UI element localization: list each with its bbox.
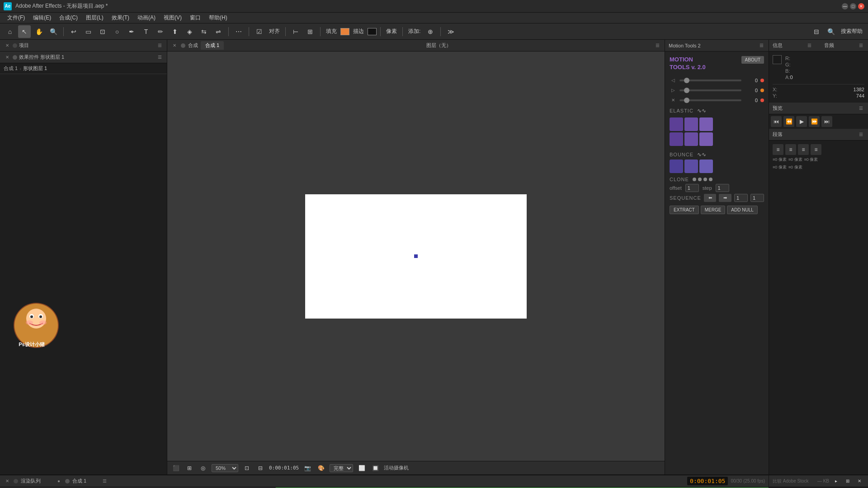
- effect-close-btn[interactable]: ✕: [4, 54, 11, 61]
- expand-toolbar[interactable]: ≫: [444, 25, 457, 38]
- mt-slider-3[interactable]: [679, 99, 741, 101]
- color-btn[interactable]: 🎨: [316, 463, 326, 473]
- menu-animation[interactable]: 动画(A): [134, 13, 159, 23]
- text-tool[interactable]: T: [140, 25, 152, 38]
- mt-step-input[interactable]: [716, 184, 729, 192]
- motion-tools-menu-btn[interactable]: ☰: [758, 42, 765, 49]
- viewer-tab-comp[interactable]: 合成 1: [201, 41, 224, 50]
- search-btn[interactable]: 🔍: [825, 25, 837, 38]
- color-swatch[interactable]: [773, 55, 782, 64]
- rb-close-btn[interactable]: ✕: [854, 476, 864, 486]
- mt-merge-btn[interactable]: MERGE: [701, 206, 726, 214]
- elastic-btn-1[interactable]: [670, 117, 683, 131]
- close-button[interactable]: ✕: [858, 3, 864, 9]
- mt-offset-input[interactable]: [685, 184, 699, 192]
- menu-view[interactable]: 视图(V): [160, 13, 185, 23]
- menu-edit[interactable]: 编辑(E): [29, 13, 55, 23]
- menu-layer[interactable]: 图层(L): [82, 13, 107, 23]
- rb-expand-btn[interactable]: ▸: [831, 476, 841, 486]
- shape-tool[interactable]: ○: [111, 25, 123, 38]
- transparency-btn[interactable]: 🔲: [370, 463, 380, 473]
- elastic-btn-3[interactable]: [699, 117, 713, 131]
- prev-step-back[interactable]: ⏪: [783, 116, 794, 127]
- fit-btn[interactable]: ⊡: [242, 463, 252, 473]
- paragraphs-menu-btn[interactable]: ☰: [857, 131, 864, 138]
- maximize-button[interactable]: □: [850, 3, 856, 9]
- zoom-tool[interactable]: 🔍: [47, 25, 60, 38]
- project-menu-btn[interactable]: ☰: [156, 42, 163, 49]
- align-right-btn[interactable]: ≡: [798, 144, 809, 155]
- menu-file[interactable]: 文件(F): [4, 13, 28, 23]
- eraser-tool[interactable]: ◈: [183, 25, 196, 38]
- tl-close-btn[interactable]: ✕: [4, 478, 11, 485]
- align-left-btn[interactable]: ≡: [773, 144, 783, 155]
- snap-tool[interactable]: ⊢: [289, 25, 302, 38]
- elastic-btn-6[interactable]: [699, 132, 713, 146]
- region-btn[interactable]: ⬛: [171, 463, 181, 473]
- mask-tool[interactable]: ▭: [82, 25, 94, 38]
- region-capture-btn[interactable]: ⬜: [357, 463, 367, 473]
- elastic-btn-2[interactable]: [684, 117, 698, 131]
- grid-btn[interactable]: ⊞: [184, 463, 194, 473]
- mt-slider-2[interactable]: [679, 89, 741, 91]
- mt-seq-val2[interactable]: [750, 194, 764, 202]
- select-tool[interactable]: ↖: [18, 25, 31, 38]
- camera-snap-btn[interactable]: 📷: [302, 463, 312, 473]
- pen-tool[interactable]: ✒: [125, 25, 138, 38]
- bounce-btn-2[interactable]: [684, 160, 698, 173]
- quality-select[interactable]: 完整 一半: [330, 464, 353, 472]
- home-button[interactable]: ⌂: [4, 25, 16, 38]
- align-justify-btn[interactable]: ≡: [811, 144, 821, 155]
- tl-color-btn2[interactable]: ●: [55, 478, 62, 485]
- preview-menu-btn[interactable]: ☰: [857, 105, 864, 112]
- mt-add-null-btn[interactable]: ADD NULL: [727, 206, 757, 214]
- mt-extract-btn[interactable]: EXTRACT: [670, 206, 699, 214]
- mt-thumb-2[interactable]: [684, 88, 689, 93]
- project-close-btn[interactable]: ✕: [4, 42, 11, 49]
- safe-zone-btn[interactable]: ⊟: [255, 463, 265, 473]
- puppet-tool[interactable]: ⇆: [198, 25, 210, 38]
- mt-thumb-3[interactable]: [684, 98, 689, 103]
- menu-window[interactable]: 窗口: [186, 13, 204, 23]
- menu-effect[interactable]: 效果(T): [108, 13, 133, 23]
- tl-timecode[interactable]: 0:00:01:05: [687, 477, 728, 485]
- viewer-close-btn[interactable]: ✕: [171, 42, 178, 49]
- fill-color[interactable]: [340, 28, 349, 35]
- info-menu-btn[interactable]: ☰: [806, 42, 813, 49]
- mask-view-btn[interactable]: ◎: [198, 463, 208, 473]
- align-checkbox[interactable]: ☑: [253, 25, 265, 38]
- seq-btn-1[interactable]: ⬅: [704, 194, 717, 202]
- stamp-tool[interactable]: ⬆: [169, 25, 181, 38]
- mt-seq-val1[interactable]: [734, 194, 748, 202]
- brush-tool[interactable]: ✏: [154, 25, 167, 38]
- mt-thumb-1[interactable]: [684, 78, 689, 83]
- mt-about-btn[interactable]: ABOUT: [741, 56, 764, 64]
- minimize-button[interactable]: —: [842, 3, 848, 9]
- mt-slider-1[interactable]: [679, 80, 741, 81]
- menu-comp[interactable]: 合成(C): [56, 13, 81, 23]
- align-center-btn[interactable]: ≡: [785, 144, 796, 155]
- seq-btn-2[interactable]: ➡: [719, 194, 731, 202]
- prev-step-fwd[interactable]: ⏩: [809, 116, 820, 127]
- breadcrumb-root[interactable]: 合成 1: [4, 65, 18, 72]
- bounce-btn-3[interactable]: [699, 160, 713, 173]
- tl-menu-btn[interactable]: ☰: [101, 478, 108, 485]
- stroke-color[interactable]: [368, 28, 377, 35]
- menu-help[interactable]: 帮助(H): [205, 13, 231, 23]
- zoom-select[interactable]: 50% 100% 25%: [212, 464, 238, 472]
- puppet2-tool[interactable]: ⇌: [212, 25, 225, 38]
- hand-tool[interactable]: ✋: [33, 25, 45, 38]
- prev-go-end[interactable]: ⏭: [821, 116, 832, 127]
- 3d-grid-tool[interactable]: ⊞: [304, 25, 316, 38]
- tool-extra[interactable]: ⋯: [232, 25, 245, 38]
- prev-play[interactable]: ▶: [796, 116, 807, 127]
- audio-menu-btn[interactable]: ☰: [857, 42, 864, 49]
- viewer-menu-btn[interactable]: ☰: [654, 42, 661, 49]
- elastic-btn-5[interactable]: [684, 132, 698, 146]
- bounce-btn-1[interactable]: [670, 160, 683, 173]
- add-btn[interactable]: ⊕: [424, 25, 437, 38]
- rb-grid-btn[interactable]: ⊞: [843, 476, 853, 486]
- prev-go-start[interactable]: ⏮: [771, 116, 782, 127]
- timecode-display[interactable]: 0:00:01:05: [269, 465, 299, 471]
- select-behind-tool[interactable]: ⊡: [96, 25, 109, 38]
